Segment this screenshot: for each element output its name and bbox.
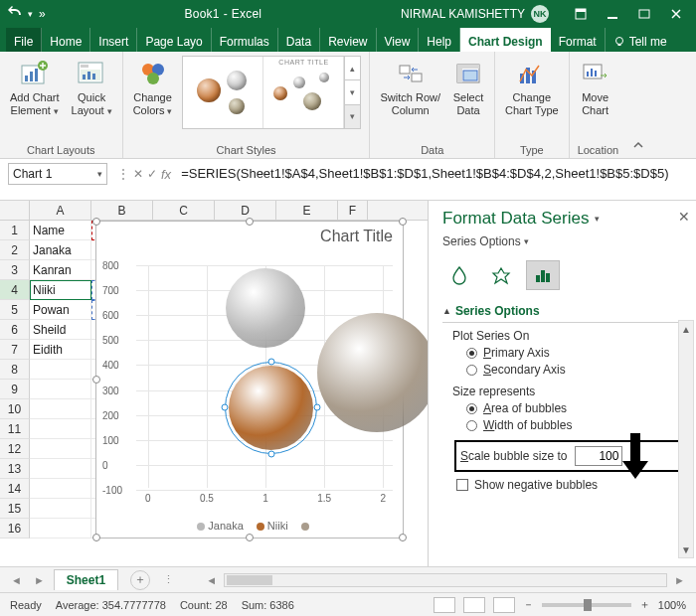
cell[interactable] <box>30 499 91 519</box>
page-break-view-icon[interactable] <box>493 597 515 613</box>
col-B[interactable]: B <box>91 201 153 220</box>
col-D[interactable]: D <box>215 201 276 220</box>
row-header[interactable]: 7 <box>0 340 30 360</box>
worksheet-grid[interactable]: A B C D E F 1NameProfitSalesShare2Janaka… <box>0 201 428 566</box>
cell[interactable] <box>30 479 91 499</box>
pane-scrollbar[interactable]: ▲▼ <box>678 320 694 558</box>
tab-help[interactable]: Help <box>419 28 460 52</box>
chart-handle[interactable] <box>246 218 254 226</box>
secondary-axis-radio[interactable]: Secondary Axis <box>466 363 686 377</box>
cell[interactable]: Name <box>30 221 91 240</box>
qat-more-icon[interactable]: » <box>39 7 46 21</box>
chart-handle[interactable] <box>246 534 254 541</box>
row-header[interactable]: 16 <box>0 519 30 539</box>
cell[interactable] <box>30 380 91 399</box>
pane-close-icon[interactable]: ✕ <box>678 209 690 225</box>
new-sheet-button[interactable]: ＋ <box>130 570 150 590</box>
sheet-nav-next-icon[interactable]: ► <box>31 574 48 586</box>
row-header[interactable]: 15 <box>0 499 30 519</box>
tab-view[interactable]: View <box>377 28 420 52</box>
change-colors-button[interactable]: Change Colors ▾ <box>131 56 175 120</box>
switch-row-column-button[interactable]: Switch Row/ Column <box>378 56 442 119</box>
tab-insert[interactable]: Insert <box>90 28 137 52</box>
effects-tab-icon[interactable] <box>484 260 518 290</box>
tab-chart-design[interactable]: Chart Design <box>460 28 551 52</box>
ribbon-options-icon[interactable] <box>567 4 595 24</box>
chart-legend[interactable]: Janaka Niiki <box>96 520 403 532</box>
chart-handle[interactable] <box>92 376 100 384</box>
cell[interactable] <box>30 360 91 380</box>
tab-formulas[interactable]: Formulas <box>212 28 278 52</box>
maximize-icon[interactable] <box>630 4 658 24</box>
embedded-chart[interactable]: Chart Title -100010020030040050060070080… <box>95 221 404 539</box>
sheet-nav-prev-icon[interactable]: ◄ <box>8 574 25 586</box>
row-header[interactable]: 14 <box>0 479 30 499</box>
area-of-bubbles-radio[interactable]: Area of bubbles <box>466 401 686 415</box>
zoom-in-icon[interactable]: ＋ <box>639 597 650 612</box>
select-all-corner[interactable] <box>0 201 30 220</box>
col-A[interactable]: A <box>30 201 91 220</box>
chart-handle[interactable] <box>399 534 407 541</box>
row-header[interactable]: 10 <box>0 399 30 419</box>
col-E[interactable]: E <box>276 201 338 220</box>
cell[interactable]: Kanran <box>30 260 91 280</box>
cell[interactable] <box>30 459 91 479</box>
chart-styles-more[interactable]: ▴▾▾ <box>344 57 360 128</box>
col-F[interactable]: F <box>338 201 368 220</box>
move-chart-button[interactable]: Move Chart <box>578 56 613 119</box>
cell[interactable] <box>30 519 91 539</box>
tab-data[interactable]: Data <box>278 28 320 52</box>
tab-file[interactable]: File <box>6 28 42 52</box>
user-avatar[interactable]: NK <box>531 5 549 23</box>
tab-tellme[interactable]: Tell me <box>606 28 675 52</box>
horizontal-scrollbar[interactable]: ◄► <box>203 573 688 587</box>
cell[interactable]: Janaka <box>30 240 91 260</box>
sheet-tab-sheet1[interactable]: Sheet1 <box>54 569 118 590</box>
tab-review[interactable]: Review <box>320 28 376 52</box>
zoom-out-icon[interactable]: － <box>523 597 534 612</box>
zoom-slider[interactable] <box>542 603 631 607</box>
enter-icon[interactable]: ✓ <box>147 167 157 181</box>
primary-axis-radio[interactable]: Primary Axis <box>466 346 686 360</box>
row-header[interactable]: 13 <box>0 459 30 479</box>
row-header[interactable]: 2 <box>0 240 30 260</box>
chart-handle[interactable] <box>92 534 100 541</box>
cell[interactable]: Eidith <box>30 340 91 360</box>
row-header[interactable]: 1 <box>0 221 30 240</box>
fx-icon[interactable]: fx <box>161 167 171 182</box>
series-options-tab-icon[interactable] <box>526 260 560 290</box>
select-data-button[interactable]: Select Data <box>450 56 486 119</box>
undo-more-icon[interactable]: ▾ <box>28 9 33 19</box>
tab-home[interactable]: Home <box>42 28 90 52</box>
formula-input[interactable]: =SERIES(Sheet1!$A$4,Sheet1!$B$1:$D$1,She… <box>181 163 688 182</box>
cell[interactable]: Sheild <box>30 320 91 340</box>
row-header[interactable]: 3 <box>0 260 30 280</box>
series-options-header[interactable]: ▲Series Options <box>442 300 686 323</box>
pane-title-menu-icon[interactable]: ▾ <box>595 214 600 224</box>
row-header[interactable]: 6 <box>0 320 30 340</box>
fill-line-tab-icon[interactable] <box>442 260 476 290</box>
cell[interactable] <box>30 399 91 419</box>
chart-handle[interactable] <box>92 218 100 226</box>
collapse-ribbon-icon[interactable] <box>626 52 650 158</box>
close-icon[interactable] <box>662 4 690 24</box>
chart-plot-area[interactable]: -100010020030040050060070080000.511.52 <box>136 265 393 488</box>
cell[interactable] <box>30 439 91 459</box>
chart-style-1[interactable] <box>183 57 263 128</box>
bubble-janaka[interactable] <box>226 268 305 348</box>
row-header[interactable]: 11 <box>0 419 30 439</box>
bubble-other[interactable] <box>317 313 428 432</box>
page-layout-view-icon[interactable] <box>463 597 485 613</box>
col-C[interactable]: C <box>153 201 215 220</box>
change-chart-type-button[interactable]: Change Chart Type <box>503 56 561 119</box>
undo-icon[interactable] <box>6 6 22 22</box>
cell[interactable]: Powan <box>30 300 91 320</box>
chart-style-2[interactable]: CHART TITLE <box>263 57 344 128</box>
pane-subtitle[interactable]: Series Options ▾ <box>442 234 686 248</box>
chart-styles-gallery[interactable]: CHART TITLE ▴▾▾ <box>182 56 361 129</box>
width-of-bubbles-radio[interactable]: Width of bubbles <box>466 418 686 432</box>
normal-view-icon[interactable] <box>434 597 455 613</box>
tab-pagelayout[interactable]: Page Layo <box>137 28 211 52</box>
zoom-level[interactable]: 100% <box>658 599 686 611</box>
minimize-icon[interactable] <box>599 4 626 24</box>
